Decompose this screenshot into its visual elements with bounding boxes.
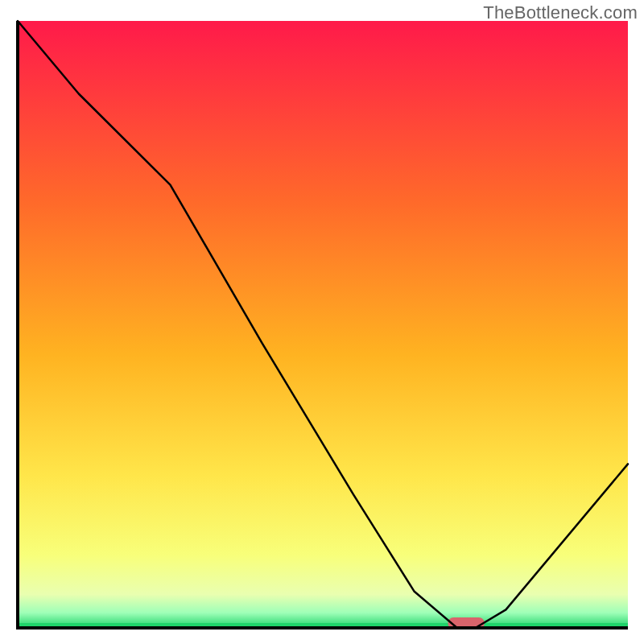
watermark-text: TheBottleneck.com — [483, 2, 638, 23]
chart-background — [18, 21, 628, 628]
bottleneck-chart — [0, 0, 644, 644]
